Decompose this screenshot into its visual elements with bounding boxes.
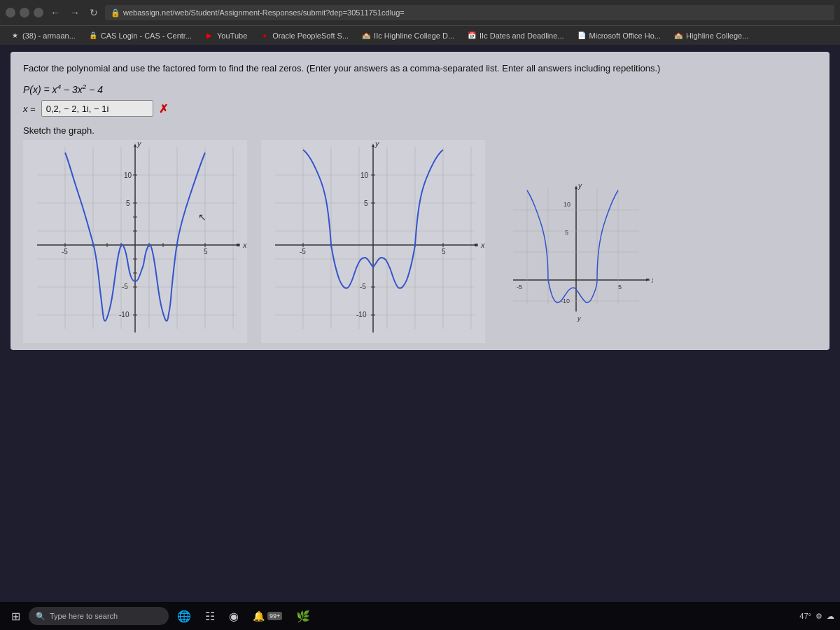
problem-text: Factor the polynomial and use the factor… — [23, 62, 817, 76]
taskbar-notification[interactable]: 🔔 99+ — [247, 605, 288, 627]
main-content: Factor the polynomial and use the factor… — [0, 45, 840, 630]
svg-text:y: y — [577, 315, 581, 322]
svg-text:-5: -5 — [122, 283, 128, 290]
bookmark-label-highline: Highline College... — [686, 31, 748, 40]
bookmark-label-dates: IIc Dates and Deadline... — [479, 31, 564, 40]
msoffice-icon: 📄 — [577, 31, 587, 41]
forward-icon[interactable]: → — [70, 7, 80, 18]
bookmark-cas[interactable]: 🔒 CAS Login - CAS - Centr... — [83, 28, 197, 43]
weather-temp: 47° — [799, 612, 811, 620]
answer-label: x = — [23, 104, 36, 114]
search-icon: 🔍 — [36, 612, 46, 621]
app-bar-icon: ☷ — [205, 610, 215, 623]
answer-input[interactable]: 0,2, − 2, 1i, − 1i — [41, 100, 153, 117]
taskbar-app-bar[interactable]: ☷ — [200, 605, 220, 627]
svg-text:-5: -5 — [62, 248, 68, 255]
taskbar-right: 47° ⚙ ☁ — [799, 612, 834, 621]
lock-icon: 🔒 — [111, 8, 120, 18]
svg-text:5: 5 — [442, 248, 446, 255]
svg-text:10: 10 — [360, 172, 369, 179]
sketch-label: Sketch the graph. — [23, 125, 817, 136]
bookmark-dates[interactable]: 📅 IIc Dates and Deadline... — [461, 28, 569, 43]
bookmark-label-youtube: YouTube — [217, 31, 247, 40]
minimize-btn[interactable] — [6, 8, 15, 18]
bookmark-label-cas: CAS Login - CAS - Centr... — [101, 31, 192, 40]
svg-text:y: y — [578, 182, 582, 190]
youtube-icon: ▶ — [204, 31, 214, 41]
svg-text:5: 5 — [618, 284, 622, 290]
bookmark-label-msoffice: Microsoft Office Ho... — [589, 31, 662, 40]
answer-value: 0,2, − 2, 1i, − 1i — [46, 104, 109, 114]
dates-icon: 📅 — [467, 31, 477, 41]
svg-text:5: 5 — [126, 200, 130, 207]
gear-icon[interactable]: ⚙ — [816, 612, 822, 621]
svg-text:x: x — [480, 241, 485, 249]
svg-text:10: 10 — [124, 172, 132, 179]
bookmark-armaan[interactable]: ★ (38) - armaan... — [4, 28, 81, 43]
taskbar: ⊞ 🔍 Type here to search 🌐 ☷ ◉ 🔔 99+ 🌿 47… — [0, 602, 840, 630]
bookmark-msoffice[interactable]: 📄 Microsoft Office Ho... — [571, 28, 667, 43]
bookmark-icon-armaan: ★ — [10, 31, 20, 41]
svg-text:-5: -5 — [517, 284, 522, 290]
svg-text:-10: -10 — [356, 311, 367, 318]
notification-icon: 🔔 — [253, 610, 265, 622]
taskbar-search[interactable]: 🔍 Type here to search — [29, 607, 169, 625]
polynomial-display: P(x) = x4 − 3x2 − 4 — [23, 83, 817, 95]
answer-row: x = 0,2, − 2, 1i, − 1i ✗ — [23, 100, 817, 117]
svg-text:-10: -10 — [119, 311, 130, 318]
svg-text:5: 5 — [364, 200, 368, 207]
bookmark-oracle[interactable]: ● Oracle PeopleSoft S... — [254, 28, 354, 43]
graph1-container: x y -5 5 10 5 -5 -10 — [23, 140, 247, 343]
app3-icon: 🌿 — [296, 610, 310, 623]
graph3-svg: x y -5 5 10 5 -10 — [499, 182, 653, 322]
cloud-icon[interactable]: ☁ — [827, 612, 834, 621]
graph2-svg: x y -5 5 10 5 -5 -10 — [261, 140, 485, 343]
svg-text:-5: -5 — [360, 283, 366, 290]
wrong-icon: ✗ — [159, 102, 168, 115]
bookmark-highline-d[interactable]: 🏫 IIc Highline College D... — [356, 28, 460, 43]
app2-icon: ◉ — [229, 610, 239, 623]
bookmark-highline[interactable]: 🏫 Highline College... — [668, 28, 754, 43]
oracle-icon: ● — [260, 31, 270, 41]
graph2-container: x y -5 5 10 5 -5 -10 — [261, 140, 485, 343]
reload-icon[interactable]: ↻ — [90, 7, 98, 18]
back-icon[interactable]: ← — [50, 7, 60, 18]
svg-text:5: 5 — [565, 229, 568, 236]
highline-d-icon: 🏫 — [361, 31, 371, 41]
highline-icon: 🏫 — [673, 31, 683, 41]
notification-count: 99+ — [267, 612, 282, 620]
graph1-svg: x y -5 5 10 5 -5 -10 — [23, 140, 247, 343]
svg-text:10: 10 — [564, 201, 570, 208]
bookmark-bar: ★ (38) - armaan... 🔒 CAS Login - CAS - C… — [0, 25, 840, 45]
svg-text:-5: -5 — [300, 248, 306, 255]
svg-text:↖: ↖ — [198, 211, 206, 223]
graph3-container: x y -5 5 10 5 -10 — [499, 182, 653, 322]
bookmark-label-armaan: (38) - armaan... — [22, 31, 76, 40]
address-text: webassign.net/web/Student/Assignment-Res… — [123, 8, 405, 17]
graphs-row: x y -5 5 10 5 -5 -10 — [23, 140, 817, 343]
chrome-icon: 🌐 — [177, 610, 191, 623]
close-btn[interactable] — [34, 8, 43, 18]
svg-text:5: 5 — [204, 248, 208, 255]
page-panel: Factor the polynomial and use the factor… — [10, 52, 830, 350]
taskbar-chrome[interactable]: 🌐 — [172, 605, 197, 627]
search-placeholder: Type here to search — [50, 612, 118, 620]
window-controls — [6, 8, 43, 18]
address-bar[interactable]: 🔒 webassign.net/web/Student/Assignment-R… — [105, 5, 834, 20]
windows-icon: ⊞ — [11, 610, 20, 623]
bookmark-label-oracle: Oracle PeopleSoft S... — [272, 31, 349, 40]
svg-text:x: x — [651, 276, 653, 284]
bookmark-icon-cas: 🔒 — [88, 31, 98, 41]
bookmark-youtube[interactable]: ▶ YouTube — [199, 28, 253, 43]
taskbar-another-app[interactable]: ◉ — [223, 605, 244, 627]
bookmark-label-highline-d: IIc Highline College D... — [374, 31, 454, 40]
taskbar-app3[interactable]: 🌿 — [290, 605, 316, 627]
browser-chrome: ← → ↻ 🔒 webassign.net/web/Student/Assign… — [0, 0, 840, 25]
maximize-btn[interactable] — [20, 8, 29, 18]
svg-text:x: x — [242, 241, 247, 249]
start-button[interactable]: ⊞ — [6, 605, 26, 627]
